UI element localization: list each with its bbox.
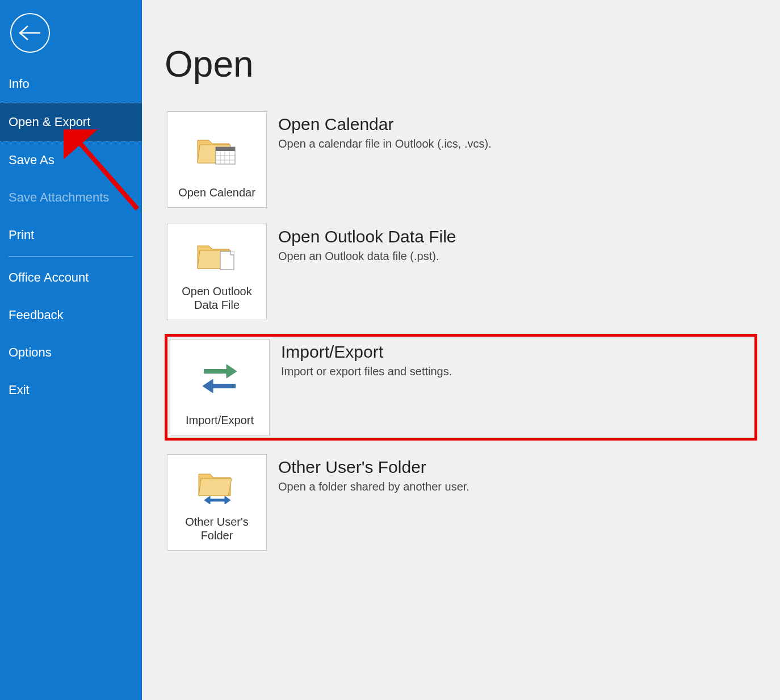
backstage-content: Open Open Calendar Open Calendar bbox=[142, 0, 780, 700]
page-title: Open bbox=[165, 43, 757, 85]
other-users-folder-button-label: Other User's Folder bbox=[172, 515, 262, 546]
open-calendar-button[interactable]: Open Calendar bbox=[167, 111, 267, 208]
sidebar-item-open-export[interactable]: Open & Export bbox=[0, 103, 142, 141]
svg-marker-15 bbox=[225, 496, 230, 504]
svg-rect-2 bbox=[216, 147, 235, 151]
open-calendar-title: Open Calendar bbox=[278, 115, 492, 134]
sidebar-item-print[interactable]: Print bbox=[0, 216, 142, 254]
option-open-datafile: Open Outlook Data File Open Outlook Data… bbox=[165, 221, 757, 322]
sidebar-item-exit[interactable]: Exit bbox=[0, 371, 142, 409]
sidebar-item-office-account[interactable]: Office Account bbox=[0, 259, 142, 296]
sidebar-item-feedback[interactable]: Feedback bbox=[0, 296, 142, 334]
other-users-folder-button[interactable]: Other User's Folder bbox=[167, 454, 267, 551]
option-open-calendar: Open Calendar Open Calendar Open a calen… bbox=[165, 109, 757, 210]
open-datafile-button-label: Open Outlook Data File bbox=[172, 284, 262, 315]
backstage-sidebar: Info Open & Export Save As Save Attachme… bbox=[0, 0, 142, 700]
sidebar-item-save-as[interactable]: Save As bbox=[0, 141, 142, 179]
open-calendar-button-label: Open Calendar bbox=[178, 186, 255, 203]
sidebar-item-save-attachments: Save Attachments bbox=[0, 179, 142, 216]
svg-marker-14 bbox=[204, 496, 210, 504]
open-calendar-desc: Open a calendar file in Outlook (.ics, .… bbox=[278, 137, 492, 150]
import-export-icon bbox=[200, 362, 239, 395]
import-export-button-label: Import/Export bbox=[186, 413, 254, 430]
open-datafile-button[interactable]: Open Outlook Data File bbox=[167, 224, 267, 320]
import-export-desc: Import or export files and settings. bbox=[281, 365, 452, 378]
calendar-folder-icon bbox=[196, 133, 237, 169]
shared-folder-icon bbox=[196, 468, 237, 506]
import-export-button[interactable]: Import/Export bbox=[170, 339, 270, 435]
other-users-folder-title: Other User's Folder bbox=[278, 458, 469, 477]
datafile-folder-icon bbox=[196, 239, 237, 274]
svg-marker-12 bbox=[203, 379, 213, 393]
open-datafile-desc: Open an Outlook data file (.pst). bbox=[278, 250, 456, 263]
option-import-export: Import/Export Import/Export Import or ex… bbox=[165, 334, 757, 441]
option-other-users-folder: Other User's Folder Other User's Folder … bbox=[165, 452, 757, 553]
back-arrow-icon bbox=[19, 25, 41, 41]
svg-marker-10 bbox=[227, 364, 237, 378]
svg-rect-8 bbox=[220, 252, 234, 270]
sidebar-item-info[interactable]: Info bbox=[0, 65, 142, 103]
back-button[interactable] bbox=[10, 13, 50, 53]
open-datafile-title: Open Outlook Data File bbox=[278, 227, 456, 246]
sidebar-item-options[interactable]: Options bbox=[0, 334, 142, 371]
other-users-folder-desc: Open a folder shared by another user. bbox=[278, 480, 469, 493]
import-export-title: Import/Export bbox=[281, 342, 452, 362]
sidebar-separator bbox=[9, 256, 133, 257]
